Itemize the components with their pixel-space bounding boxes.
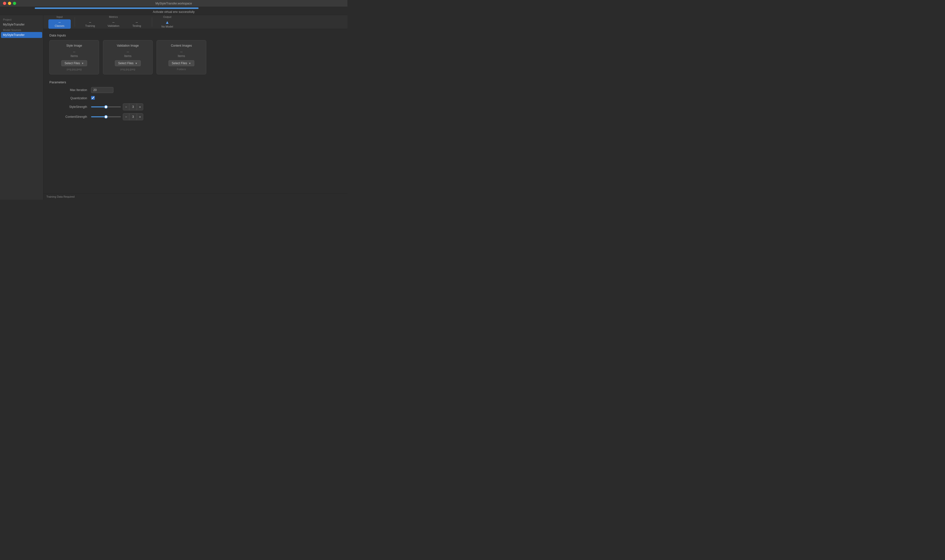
input-tabs: -- Classes — [48, 19, 71, 29]
sidebar: Project MyStyleTransfer Model Sources My… — [0, 15, 43, 200]
quantization-label: Quantization — [49, 97, 89, 100]
content-strength-value: 3 — [129, 114, 137, 120]
tab-no-model-label: No Model — [161, 25, 173, 28]
style-image-btn-label: Select Files — [65, 62, 80, 65]
content-images-items-label: Items — [178, 54, 185, 58]
tab-classes-value: -- — [59, 21, 61, 24]
tab-validation-label: Validation — [108, 24, 119, 27]
sidebar-model-sources-label: Model Sources — [0, 28, 43, 32]
style-image-items-label: Items — [71, 54, 78, 58]
style-strength-increment[interactable]: + — [137, 104, 143, 110]
window-title: MyStyleTransfer.workspace — [156, 2, 192, 5]
style-strength-stepper: − 3 + — [123, 103, 143, 110]
nav-divider-1 — [75, 17, 75, 27]
content-strength-decrement[interactable]: − — [123, 114, 129, 120]
status-bar: Activate virtual env successfully — [0, 9, 347, 15]
output-group-label: Output — [163, 15, 171, 18]
quantization-field — [91, 96, 179, 100]
validation-image-btn-arrow: ▼ — [135, 62, 137, 65]
tab-classes-label: Classes — [55, 24, 64, 27]
top-nav: Input -- Classes Metrics -- Training — [43, 15, 347, 29]
progress-bar-wrap — [0, 7, 347, 9]
titlebar-buttons — [3, 2, 16, 5]
content-images-btn-label: Select Files — [172, 62, 187, 65]
content-images-value: -- — [180, 50, 182, 54]
sidebar-project-label: Project — [0, 17, 43, 22]
titlebar: MyStyleTransfer.workspace — [0, 0, 347, 7]
content-strength-stepper: − 3 + — [123, 113, 143, 120]
data-inputs-section: Data Inputs Style Image -- Items Select … — [49, 34, 341, 74]
bottom-status-message: Training Data Required — [46, 195, 74, 198]
validation-image-btn-label: Select Files — [118, 62, 134, 65]
nav-group-output: Output ▲ No Model — [156, 15, 179, 29]
tab-testing[interactable]: -- Testing — [126, 19, 148, 29]
tab-training[interactable]: -- Training — [79, 19, 101, 29]
validation-image-value: -- — [126, 50, 129, 54]
close-button[interactable] — [3, 2, 6, 5]
tab-training-value: -- — [89, 21, 91, 24]
parameters-heading: Parameters — [49, 80, 341, 84]
style-image-value: -- — [73, 50, 75, 54]
tab-testing-value: -- — [136, 21, 138, 24]
nav-group-metrics: Metrics -- Training -- Validation -- Tes… — [79, 15, 148, 29]
metrics-group-label: Metrics — [109, 15, 118, 18]
tab-validation-value: -- — [113, 21, 115, 24]
metrics-tabs: -- Training -- Validation -- Testing — [79, 19, 148, 29]
data-inputs-row: Style Image -- Items Select Files ▼ png,… — [49, 40, 341, 74]
content-strength-label: ContentStrength — [49, 115, 89, 118]
content-strength-increment[interactable]: + — [137, 114, 143, 120]
nav-group-input: Input -- Classes — [48, 15, 71, 29]
tab-validation[interactable]: -- Validation — [102, 19, 125, 29]
sidebar-item-project[interactable]: MyStyleTransfer — [0, 22, 43, 28]
model-icon: ▲ — [165, 20, 170, 25]
max-iteration-input[interactable] — [91, 87, 113, 93]
style-image-select-btn[interactable]: Select Files ▼ — [61, 60, 87, 66]
validation-image-card: Validation Image -- Items Select Files ▼… — [103, 40, 153, 74]
style-image-card: Style Image -- Items Select Files ▼ png,… — [49, 40, 99, 74]
style-strength-decrement[interactable]: − — [123, 104, 129, 110]
content-images-btn-arrow: ▼ — [189, 62, 191, 65]
content-strength-slider[interactable] — [91, 116, 121, 117]
content-images-title: Content Images — [171, 44, 192, 48]
validation-image-formats: png,jpg,jpeg — [120, 68, 135, 71]
params-grid: Max Iteration Quantization StyleStrength — [49, 87, 179, 120]
bottom-status: Training Data Required — [43, 193, 347, 200]
content-images-card: Content Images -- Items Select Files ▼ F… — [157, 40, 206, 74]
style-strength-value: 3 — [129, 104, 137, 110]
data-inputs-heading: Data Inputs — [49, 34, 341, 37]
max-iteration-field — [91, 87, 179, 93]
main-layout: Project MyStyleTransfer Model Sources My… — [0, 15, 347, 200]
maximize-button[interactable] — [13, 2, 16, 5]
tab-classes[interactable]: -- Classes — [48, 19, 71, 29]
sidebar-item-mystyletransfer[interactable]: MyStyleTransfer — [1, 32, 42, 38]
max-iteration-label: Max Iteration — [49, 88, 89, 92]
style-image-btn-arrow: ▼ — [82, 62, 84, 65]
minimize-button[interactable] — [8, 2, 11, 5]
status-message: Activate virtual env successfully — [153, 10, 195, 14]
nav-divider-2 — [152, 17, 152, 27]
tab-testing-label: Testing — [133, 24, 141, 27]
content-images-select-btn[interactable]: Select Files ▼ — [168, 60, 194, 66]
tab-no-model[interactable]: ▲ No Model — [156, 19, 179, 29]
validation-image-title: Validation Image — [117, 44, 139, 48]
style-strength-slider[interactable] — [91, 106, 121, 108]
parameters-section: Parameters Max Iteration Quantization St… — [49, 80, 341, 120]
content-images-formats: Folders — [177, 68, 186, 71]
tab-training-label: Training — [85, 24, 95, 27]
style-strength-field: − 3 + — [91, 103, 179, 110]
style-strength-label: StyleStrength — [49, 105, 89, 109]
style-image-formats: png,jpg,jpeg — [67, 68, 82, 71]
quantization-checkbox[interactable] — [91, 96, 95, 100]
content-strength-field: − 3 + — [91, 113, 179, 120]
validation-image-select-btn[interactable]: Select Files ▼ — [115, 60, 141, 66]
style-image-title: Style Image — [66, 44, 82, 48]
input-group-label: Input — [57, 15, 63, 18]
output-tabs: ▲ No Model — [156, 19, 179, 29]
scroll-area[interactable]: Data Inputs Style Image -- Items Select … — [43, 29, 347, 193]
validation-image-items-label: Items — [124, 54, 131, 58]
progress-bar — [35, 8, 199, 9]
content-area: Input -- Classes Metrics -- Training — [43, 15, 347, 200]
